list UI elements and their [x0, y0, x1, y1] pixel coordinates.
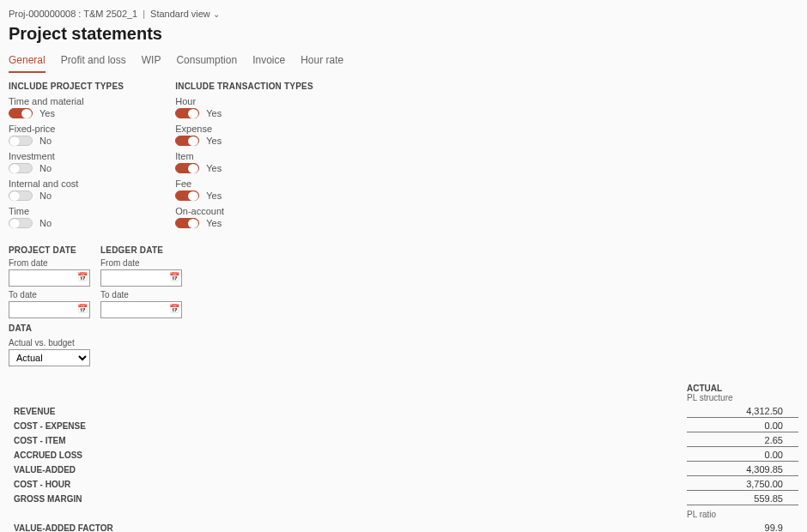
result-row: ACCRUED LOSS0.00	[9, 448, 798, 462]
toggle-project-type-1[interactable]	[9, 136, 33, 146]
chevron-down-icon: ⌄	[213, 9, 220, 19]
toggle-project-type-3[interactable]	[9, 190, 33, 201]
actual-column-header: ACTUAL	[687, 384, 783, 393]
toggle-row-transaction-type-1: ExpenseYes	[175, 124, 313, 146]
data-section: DATA Actual vs. budget Actual	[9, 323, 798, 366]
toggle-label: Hour	[175, 96, 313, 106]
ledger-from-date-label: From date	[100, 258, 182, 268]
toggle-row-project-type-3: Internal and costNo	[9, 178, 124, 201]
breadcrumb-separator: |	[143, 9, 145, 19]
ledger-to-date-label: To date	[100, 290, 182, 299]
toggle-knob	[9, 219, 20, 228]
toggle-row-project-type-4: TimeNo	[9, 206, 124, 228]
toggle-value: Yes	[206, 163, 221, 173]
toggle-knob	[188, 191, 198, 201]
result-label: COST - HOUR	[9, 480, 687, 489]
toggle-knob	[9, 191, 20, 201]
breadcrumb: Proj-000000008 : T&M 2502_1 | Standard v…	[9, 9, 798, 19]
toggle-transaction-type-0[interactable]	[175, 108, 199, 118]
project-from-date-label: From date	[9, 258, 90, 268]
toggle-label: Time and material	[9, 96, 124, 106]
actual-vs-budget-select[interactable]: Actual	[9, 349, 90, 366]
result-row: COST - HOUR3,750.00	[9, 477, 798, 492]
tab-consumption[interactable]: Consumption	[176, 51, 237, 73]
tab-hour-rate[interactable]: Hour rate	[300, 51, 343, 73]
result-label: GROSS MARGIN	[9, 494, 687, 504]
toggle-row-transaction-type-3: FeeYes	[175, 178, 313, 201]
toggle-value: Yes	[206, 190, 221, 201]
include-transaction-types-section: INCLUDE TRANSACTION TYPES HourYesExpense…	[175, 82, 313, 233]
toggle-label: On-account	[175, 206, 313, 216]
toggle-label: Expense	[175, 124, 313, 134]
result-row: VALUE-ADDED4,309.85	[9, 462, 798, 477]
tab-wip[interactable]: WIP	[142, 51, 161, 73]
tabs: General Profit and loss WIP Consumption …	[9, 51, 798, 73]
results-section: ACTUAL PL structure REVENUE4,312.50COST …	[9, 384, 798, 532]
toggle-knob	[21, 109, 32, 118]
result-label: COST - ITEM	[9, 436, 687, 445]
include-project-types-section: INCLUDE PROJECT TYPES Time and materialY…	[9, 82, 124, 233]
toggle-value: Yes	[206, 136, 221, 146]
result-value: 3,750.00	[687, 479, 798, 491]
toggle-knob	[188, 136, 198, 146]
result-label: COST - EXPENSE	[9, 421, 687, 431]
toggle-value: Yes	[39, 108, 55, 118]
result-label: REVENUE	[9, 407, 687, 416]
result-value: 0.00	[687, 420, 798, 432]
toggle-row-transaction-type-4: On-accountYes	[175, 206, 313, 228]
project-to-date-label: To date	[9, 290, 90, 299]
breadcrumb-project: Proj-000000008 : T&M 2502_1	[9, 9, 137, 19]
breadcrumb-view-selector[interactable]: Standard view ⌄	[150, 9, 220, 19]
toggle-label: Item	[175, 151, 313, 161]
result-row: COST - EXPENSE0.00	[9, 419, 798, 433]
result-row: VALUE-ADDED FACTOR99.9	[9, 521, 798, 532]
result-value: 4,312.50	[687, 406, 798, 418]
toggle-label: Fee	[175, 178, 313, 189]
result-value: 0.00	[687, 450, 798, 462]
toggle-row-project-type-0: Time and materialYes	[9, 96, 124, 118]
result-label: VALUE-ADDED FACTOR	[9, 523, 687, 532]
toggle-value: No	[39, 136, 52, 146]
actual-vs-budget-label: Actual vs. budget	[9, 338, 798, 348]
toggle-label: Investment	[9, 151, 124, 161]
ledger-date-section: LEDGER DATE From date 📅 To date 📅	[100, 245, 182, 318]
project-date-section: PROJECT DATE From date 📅 To date 📅	[9, 245, 90, 318]
pl-structure-label: PL structure	[687, 393, 783, 402]
result-row: REVENUE4,312.50	[9, 404, 798, 419]
section-header-transaction-types: INCLUDE TRANSACTION TYPES	[175, 82, 313, 91]
toggle-value: Yes	[206, 108, 221, 118]
result-label: ACCRUED LOSS	[9, 450, 687, 460]
toggle-knob	[9, 136, 20, 146]
section-header-project-types: INCLUDE PROJECT TYPES	[9, 82, 124, 91]
page-title: Project statements	[9, 24, 798, 44]
toggle-transaction-type-2[interactable]	[175, 163, 199, 173]
toggle-transaction-type-1[interactable]	[175, 136, 199, 146]
calendar-icon[interactable]: 📅	[77, 304, 88, 313]
tab-general[interactable]: General	[9, 51, 46, 73]
toggle-row-transaction-type-0: HourYes	[175, 96, 313, 118]
toggle-knob	[188, 109, 198, 118]
toggle-project-type-0[interactable]	[9, 108, 33, 118]
result-row: COST - ITEM2.65	[9, 433, 798, 448]
toggle-knob	[188, 164, 198, 173]
toggle-project-type-4[interactable]	[9, 218, 33, 228]
tab-invoice[interactable]: Invoice	[252, 51, 285, 73]
calendar-icon[interactable]: 📅	[169, 304, 179, 313]
toggle-row-project-type-1: Fixed-priceNo	[9, 124, 124, 146]
calendar-icon[interactable]: 📅	[169, 272, 179, 281]
section-header-project-date: PROJECT DATE	[9, 245, 90, 255]
toggle-value: Yes	[206, 218, 221, 228]
result-value: 4,309.85	[687, 464, 798, 476]
result-value: 99.9	[687, 523, 798, 533]
toggle-value: No	[39, 163, 52, 173]
tab-profit-and-loss[interactable]: Profit and loss	[61, 51, 126, 73]
calendar-icon[interactable]: 📅	[77, 272, 88, 281]
toggle-row-transaction-type-2: ItemYes	[175, 151, 313, 173]
toggle-transaction-type-4[interactable]	[175, 218, 199, 228]
toggle-knob	[188, 219, 198, 228]
result-value: 2.65	[687, 435, 798, 447]
toggle-project-type-2[interactable]	[9, 163, 33, 173]
toggle-label: Fixed-price	[9, 124, 124, 134]
result-row: GROSS MARGIN559.85	[9, 492, 798, 506]
toggle-transaction-type-3[interactable]	[175, 190, 199, 201]
